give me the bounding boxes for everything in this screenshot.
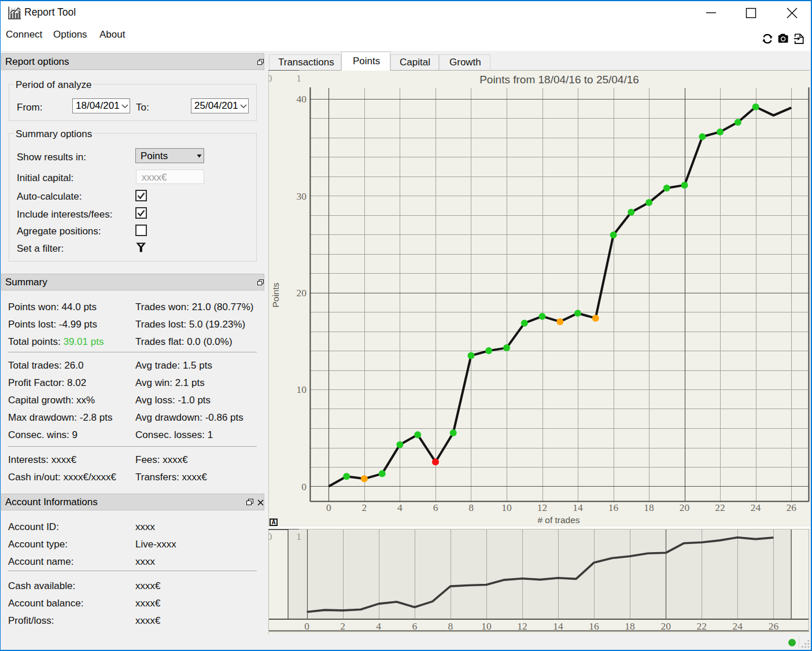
svg-text:18: 18 [644, 502, 654, 513]
svg-text:26: 26 [786, 502, 796, 513]
svg-text:2: 2 [362, 502, 367, 513]
svg-text:1: 1 [296, 72, 301, 84]
svg-text:0: 0 [326, 502, 331, 513]
svg-text:20: 20 [680, 502, 690, 513]
svg-text:6: 6 [412, 620, 417, 632]
svg-text:Points: Points [271, 282, 280, 307]
svg-text:20: 20 [297, 287, 307, 299]
svg-text:12: 12 [517, 620, 527, 632]
svg-text:0: 0 [304, 620, 309, 632]
svg-text:14: 14 [553, 620, 563, 632]
svg-text:18: 18 [625, 620, 635, 632]
svg-text:0: 0 [301, 481, 307, 492]
svg-text:8: 8 [468, 502, 474, 513]
svg-text:10: 10 [297, 384, 307, 395]
svg-text:4: 4 [376, 620, 381, 632]
svg-text:Points from 18/04/16 to 25/04/: Points from 18/04/16 to 25/04/16 [479, 73, 639, 86]
svg-text:30: 30 [297, 190, 307, 202]
svg-text:22: 22 [697, 620, 707, 632]
svg-text:2: 2 [340, 620, 345, 632]
svg-text:20: 20 [660, 620, 671, 632]
svg-text:4: 4 [397, 502, 403, 513]
svg-text:1: 1 [296, 531, 301, 542]
svg-text:24: 24 [733, 620, 743, 632]
svg-text:10: 10 [481, 620, 492, 632]
svg-text:16: 16 [608, 502, 619, 513]
svg-text:26: 26 [769, 620, 779, 632]
svg-text:# of trades: # of trades [537, 515, 580, 525]
svg-text:12: 12 [537, 502, 548, 513]
svg-text:14: 14 [573, 502, 583, 513]
svg-text:22: 22 [715, 502, 725, 513]
svg-text:24: 24 [751, 502, 761, 513]
svg-text:8: 8 [448, 620, 453, 632]
svg-text:0: 0 [268, 72, 272, 84]
svg-text:0: 0 [268, 531, 272, 542]
svg-text:6: 6 [433, 502, 438, 513]
svg-text:10: 10 [501, 502, 512, 513]
svg-text:16: 16 [589, 620, 599, 632]
svg-text:40: 40 [297, 93, 307, 105]
